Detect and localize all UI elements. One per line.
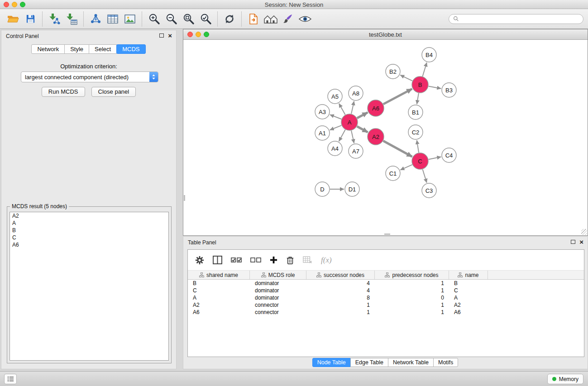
new-table-button[interactable] (104, 11, 121, 27)
network-graph[interactable]: B4B2BB3A5A8A6B1A3AC2A1A2A4A7C4CC1C3DD1 (184, 40, 587, 235)
node-D1[interactable]: D1 (345, 182, 359, 196)
node-C1[interactable]: C1 (386, 166, 400, 181)
optimization-dropdown[interactable]: largest connected component (directed) (21, 71, 158, 82)
table-row[interactable]: A2connector11A2 (188, 301, 584, 309)
column-header-name[interactable]: name (449, 271, 488, 279)
deselect-all-button[interactable] (250, 257, 261, 263)
edge-A-A7[interactable] (351, 131, 354, 143)
delete-row-button[interactable] (286, 256, 294, 265)
refresh-layout-button[interactable] (221, 11, 238, 27)
export-image-button[interactable] (121, 11, 139, 27)
tab-network-table[interactable]: Network Table (388, 358, 434, 367)
add-row-button[interactable] (270, 256, 277, 264)
zoom-in-button[interactable] (145, 11, 163, 27)
node-A7[interactable]: A7 (349, 144, 363, 158)
node-C[interactable]: C (412, 153, 428, 169)
table-row[interactable]: Cdominator41C (188, 287, 584, 294)
memory-button[interactable]: Memory (547, 374, 583, 384)
edge-A-A1[interactable] (330, 125, 342, 130)
select-all-button[interactable] (231, 257, 242, 263)
tab-node-table[interactable]: Node Table (312, 358, 351, 367)
node-C2[interactable]: C2 (408, 125, 423, 139)
column-header-mcds-role[interactable]: MCDS role (250, 271, 306, 279)
edge-A-A2[interactable] (357, 126, 368, 132)
show-panels-button[interactable] (4, 374, 17, 384)
column-header-predecessor-nodes[interactable]: predecessor nodes (375, 271, 449, 279)
zoom-out-button[interactable] (163, 11, 180, 27)
table-row[interactable]: Bdominator41B (188, 280, 584, 287)
edge-B-B2[interactable] (400, 75, 412, 81)
edge-C-C3[interactable] (423, 169, 427, 183)
node-B4[interactable]: B4 (422, 48, 436, 62)
node-A2[interactable]: A2 (368, 129, 384, 145)
delete-table-button[interactable] (303, 256, 312, 264)
mcds-result-item[interactable]: A (10, 219, 168, 227)
zoom-selected-button[interactable] (197, 11, 214, 27)
edge-A6-B[interactable] (383, 89, 412, 104)
close-panel-button[interactable]: Close panel (91, 87, 136, 97)
node-A3[interactable]: A3 (315, 105, 330, 119)
tab-edge-table[interactable]: Edge Table (350, 358, 388, 367)
window-resize-grip[interactable] (581, 229, 587, 235)
node-A5[interactable]: A5 (328, 89, 342, 104)
float-panel-icon[interactable] (159, 33, 164, 38)
node-A8[interactable]: A8 (349, 86, 363, 100)
tab-mcds[interactable]: MCDS (116, 44, 145, 54)
network-canvas[interactable]: B4B2BB3A5A8A6B1A3AC2A1A2A4A7C4CC1C3DD1 (184, 40, 587, 235)
edge-A-A3[interactable] (330, 114, 342, 119)
tab-style[interactable]: Style (64, 44, 89, 54)
close-panel-icon[interactable]: × (168, 33, 172, 38)
import-table-file-button[interactable] (63, 11, 80, 27)
function-builder-button[interactable]: f(x) (321, 256, 332, 265)
node-B2[interactable]: B2 (386, 64, 400, 79)
first-neighbors-button[interactable] (262, 11, 279, 27)
export-document-button[interactable] (245, 11, 262, 27)
table-settings-button[interactable] (195, 256, 204, 265)
table-row[interactable]: A6connector11A6 (188, 309, 584, 316)
edge-C-C1[interactable] (400, 165, 412, 170)
node-B3[interactable]: B3 (442, 83, 456, 97)
mcds-result-item[interactable]: B (10, 227, 168, 234)
node-C4[interactable]: C4 (442, 148, 456, 162)
new-network-button[interactable] (87, 11, 104, 27)
node-B[interactable]: B (412, 76, 428, 93)
node-B1[interactable]: B1 (408, 105, 423, 119)
float-panel-icon[interactable] (571, 240, 575, 244)
edge-B-B3[interactable] (429, 86, 441, 89)
mcds-result-list[interactable]: A2ABCA6 (10, 212, 169, 361)
column-header-shared-name[interactable]: shared name (188, 271, 250, 279)
column-header-successor-nodes[interactable]: successor nodes (306, 271, 375, 279)
edge-B-B4[interactable] (423, 62, 427, 76)
node-A1[interactable]: A1 (315, 126, 330, 140)
import-network-file-button[interactable] (46, 11, 63, 27)
edge-C-C4[interactable] (429, 157, 441, 160)
zoom-fit-button[interactable] (180, 11, 197, 27)
edge-C-C2[interactable] (417, 140, 419, 152)
close-panel-icon[interactable]: × (579, 239, 583, 244)
node-A6[interactable]: A6 (368, 100, 384, 116)
tab-network[interactable]: Network (31, 44, 65, 54)
edge-A-A8[interactable] (351, 101, 354, 114)
node-C3[interactable]: C3 (422, 183, 436, 198)
node-D[interactable]: D (315, 182, 330, 196)
run-mcds-button[interactable]: Run MCDS (42, 87, 85, 97)
tab-motifs[interactable]: Motifs (433, 358, 458, 367)
mcds-result-item[interactable]: A2 (10, 212, 168, 219)
toggle-views-button[interactable] (296, 11, 314, 27)
tab-select[interactable]: Select (89, 44, 117, 54)
edge-A-A4[interactable] (339, 130, 345, 142)
node-A[interactable]: A (341, 114, 358, 130)
show-columns-button[interactable] (213, 256, 222, 264)
mcds-result-item[interactable]: A6 (10, 241, 168, 248)
table-row[interactable]: Adominator80A (188, 294, 584, 301)
edge-A-A6[interactable] (357, 112, 368, 118)
search-input[interactable] (461, 16, 579, 22)
edge-B-B1[interactable] (417, 93, 419, 105)
node-A4[interactable]: A4 (328, 141, 342, 156)
edge-A2-C[interactable] (383, 141, 412, 157)
save-session-button[interactable] (22, 11, 39, 27)
search-box[interactable] (449, 14, 583, 24)
edge-A-A5[interactable] (339, 104, 345, 115)
style-paint-button[interactable] (279, 11, 296, 27)
mcds-result-item[interactable]: C (10, 234, 168, 241)
